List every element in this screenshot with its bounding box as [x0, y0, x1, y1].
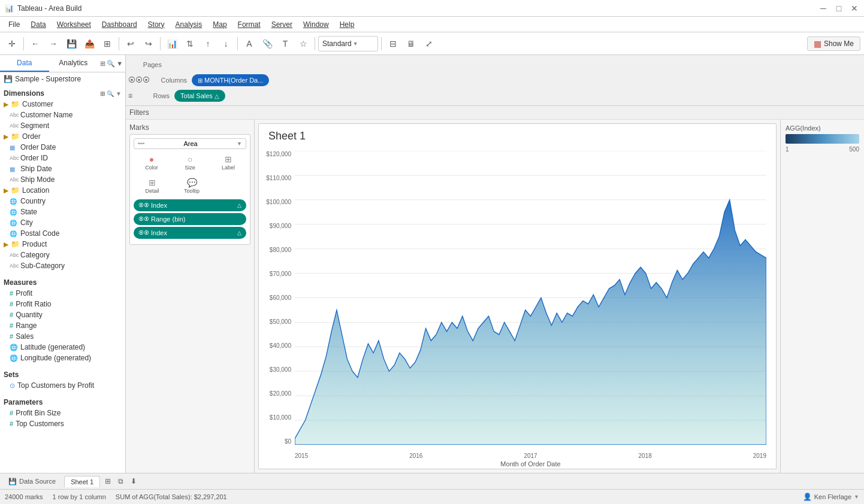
marks-pill-range[interactable]: ⦿⦿ Range (bin): [134, 213, 246, 225]
toolbar-save[interactable]: 💾: [63, 35, 80, 52]
y-label-0: $0: [285, 438, 291, 445]
toolbar: ✛ ← → 💾 📤 ⊞ ↩ ↪ 📊 ⇅ ↑ ↓ A 📎 T ☆ Standard…: [0, 32, 864, 55]
dim-order-date[interactable]: ▦ Order Date: [0, 142, 125, 153]
dim-country[interactable]: 🌐 Country: [0, 196, 125, 207]
dim-grid-icon[interactable]: ⊞: [100, 90, 105, 97]
toolbar-share[interactable]: ⤢: [421, 35, 437, 52]
toolbar-undo[interactable]: ↩: [122, 35, 139, 52]
dim-postal-code[interactable]: 🌐 Postal Code: [0, 228, 125, 239]
dim-customer-name[interactable]: Abc Customer Name: [0, 110, 125, 120]
toolbar-pin[interactable]: 📎: [259, 35, 276, 52]
measure-range[interactable]: # Range: [0, 320, 125, 331]
label-button[interactable]: ⊞ Label: [210, 153, 246, 172]
columns-pill[interactable]: ⊞ MONTH(Order Da...: [192, 74, 269, 86]
toolbar-datasource[interactable]: ⊞: [99, 35, 116, 52]
toolbar-view-dropdown[interactable]: Standard ▼: [318, 36, 378, 51]
show-me-button[interactable]: ▦ Show Me: [807, 37, 860, 51]
marks-type-select[interactable]: 〰 Area ▼: [134, 138, 246, 149]
toolbar-sort-asc[interactable]: ↑: [200, 35, 216, 52]
menu-format[interactable]: Format: [233, 19, 265, 30]
menu-story[interactable]: Story: [143, 19, 170, 30]
close-button[interactable]: ✕: [850, 4, 859, 13]
set-top-customers[interactable]: ⊙ Top Customers by Profit: [0, 380, 125, 391]
maximize-button[interactable]: □: [834, 4, 844, 13]
dim-ship-mode[interactable]: Abc Ship Mode: [0, 174, 125, 185]
measure-latitude[interactable]: 🌐 Latitude (generated): [0, 342, 125, 353]
color-button[interactable]: ● Color: [134, 153, 170, 172]
measure-profit-ratio[interactable]: # Profit Ratio: [0, 299, 125, 309]
user-chevron[interactable]: ▼: [854, 494, 859, 500]
menu-window[interactable]: Window: [298, 19, 334, 30]
group-location[interactable]: ▶ 📁 Location: [0, 185, 125, 196]
menu-worksheet[interactable]: Worksheet: [52, 19, 96, 30]
legend-max: 500: [849, 146, 859, 153]
toolbar-swap[interactable]: ⇅: [182, 35, 198, 52]
toolbar-label[interactable]: A: [241, 35, 258, 52]
menu-dashboard[interactable]: Dashboard: [97, 19, 142, 30]
dim-menu-icon[interactable]: ▼: [116, 90, 122, 97]
toolbar-crosshair[interactable]: ✛: [4, 35, 20, 52]
dim-ship-date[interactable]: ▦ Ship Date: [0, 163, 125, 174]
size-button[interactable]: ○ Size: [172, 153, 208, 172]
dim-sub-category[interactable]: Abc Sub-Category: [0, 260, 125, 271]
add-sheet-icon[interactable]: ⊞: [102, 476, 113, 487]
group-product[interactable]: ▶ 📁 Product: [0, 239, 125, 250]
duplicate-sheet-icon[interactable]: ⧉: [116, 476, 126, 487]
param-profit-bin[interactable]: # Profit Bin Size: [0, 408, 125, 418]
menu-map[interactable]: Map: [208, 19, 231, 30]
dim-city[interactable]: 🌐 City: [0, 217, 125, 228]
rows-pill[interactable]: Total Sales △: [174, 90, 225, 102]
legend-range: 1 500: [786, 146, 859, 153]
dim-state[interactable]: 🌐 State: [0, 207, 125, 217]
menu-file[interactable]: File: [4, 19, 25, 30]
toolbar-sort-desc[interactable]: ↓: [217, 35, 234, 52]
toolbar-back[interactable]: ←: [27, 35, 44, 52]
tab-analytics[interactable]: Analytics: [49, 55, 98, 72]
menu-help[interactable]: Help: [335, 19, 360, 30]
toolbar-text[interactable]: T: [277, 35, 294, 52]
dim-segment[interactable]: Abc Segment: [0, 120, 125, 131]
dim-category[interactable]: Abc Category: [0, 250, 125, 260]
menu-analysis[interactable]: Analysis: [171, 19, 207, 30]
minimize-button[interactable]: ─: [818, 4, 828, 13]
sidebar-search-icon[interactable]: 🔍: [107, 60, 115, 68]
shelves: Pages ⦿⦿⦿ Columns ⊞ MONTH(Order Da... ≡ …: [126, 55, 864, 106]
marks-count: 24000 marks: [5, 493, 43, 500]
calendar-shelf-icon: ⊞: [198, 77, 203, 84]
group-order[interactable]: ▶ 📁 Order: [0, 131, 125, 142]
param-top-customers[interactable]: # Top Customers: [0, 418, 125, 429]
measure-profit[interactable]: # Profit: [0, 288, 125, 299]
dim-search-icon[interactable]: 🔍: [107, 90, 114, 97]
toolbar-desktop[interactable]: 🖥: [403, 35, 419, 52]
folder-icon-2: ▶: [4, 133, 8, 141]
tab-data[interactable]: Data: [0, 55, 49, 72]
y-label-70k: $70,000: [270, 271, 291, 277]
marks-pill-index[interactable]: ⦿⦿ Index △: [134, 199, 246, 211]
measure-sales[interactable]: # Sales: [0, 331, 125, 342]
toolbar-chart-type[interactable]: 📊: [164, 35, 180, 52]
toolbar-forward[interactable]: →: [45, 35, 62, 52]
sheet-tab[interactable]: Sheet 1: [64, 476, 100, 487]
measure-longitude[interactable]: 🌐 Longitude (generated): [0, 353, 125, 363]
toolbar-fix-axes[interactable]: ⊟: [385, 35, 401, 52]
dim-order-id[interactable]: Abc Order ID: [0, 153, 125, 163]
toolbar-redo[interactable]: ↪: [140, 35, 157, 52]
measure-quantity[interactable]: # Quantity: [0, 309, 125, 320]
globe-icon: 🌐: [10, 198, 18, 205]
toolbar-publish[interactable]: 📤: [81, 35, 98, 52]
abc-icon-4: Abc: [10, 177, 18, 183]
data-source-tab[interactable]: 💾 Data Source: [2, 476, 62, 487]
detail-button[interactable]: ⊞ Detail: [134, 176, 171, 196]
marks-icons-row-1: ● Color ○ Size ⊞ Label: [134, 153, 246, 172]
menu-server[interactable]: Server: [267, 19, 297, 30]
tooltip-icon: 💬: [187, 178, 197, 187]
folder-icon-3: ▶: [4, 187, 8, 195]
group-customer[interactable]: ▶ 📁 Customer: [0, 99, 125, 110]
tooltip-button[interactable]: 💬 Tooltip: [173, 176, 210, 196]
sidebar-menu-icon[interactable]: ▼: [116, 60, 123, 67]
toolbar-star[interactable]: ☆: [295, 35, 312, 52]
marks-pill-index-2[interactable]: ⦿⦿ Index △: [134, 227, 246, 239]
sheet-options-icon[interactable]: ⬇: [128, 476, 139, 487]
sidebar-grid-icon[interactable]: ⊞: [100, 60, 105, 68]
menu-data[interactable]: Data: [26, 19, 50, 30]
